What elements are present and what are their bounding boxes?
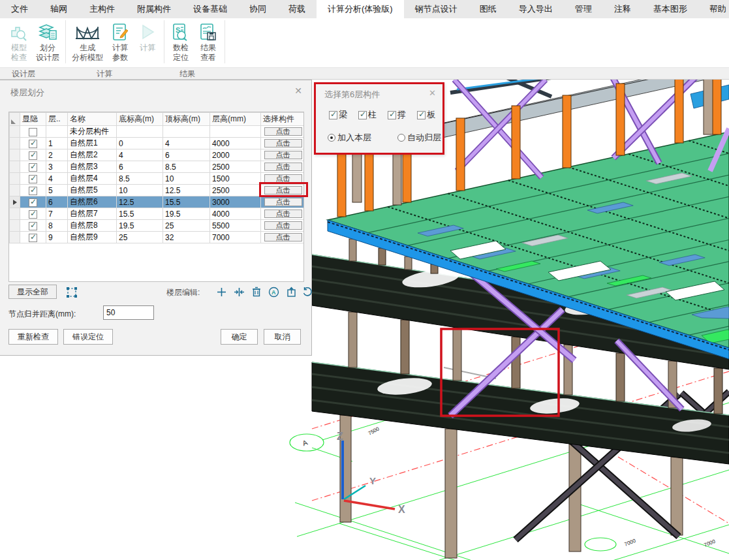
checkbox-icon[interactable] — [329, 111, 337, 119]
visibility-checkbox[interactable] — [29, 128, 37, 136]
select-member-click-button[interactable]: 点击 — [264, 163, 302, 171]
member-type-checkbox[interactable]: 撑 — [388, 109, 406, 121]
tab-steel-joint-design[interactable]: 钢节点设计 — [404, 0, 469, 18]
tab-main-members[interactable]: 主构件 — [78, 0, 126, 18]
table-row[interactable]: 未分层构件点击 — [10, 126, 305, 138]
show-all-button[interactable]: 显示全部 — [8, 285, 57, 299]
top-elev-cell[interactable]: 10 — [163, 173, 210, 185]
name-cell[interactable]: 自然层4 — [68, 173, 117, 185]
member-type-checkbox[interactable]: 板 — [417, 109, 435, 121]
tab-attached-members[interactable]: 附属构件 — [126, 0, 182, 18]
height-cell[interactable]: 1500 — [210, 173, 261, 185]
select-member-click-button[interactable]: 点击 — [264, 198, 302, 206]
height-cell[interactable]: 2000 — [210, 149, 261, 161]
layer-cell[interactable]: 5 — [46, 185, 68, 196]
visibility-cell[interactable] — [20, 126, 46, 138]
checkbox-icon[interactable] — [388, 111, 396, 119]
row-selector-cell[interactable] — [10, 232, 20, 243]
tab-equipment-foundation[interactable]: 设备基础 — [182, 0, 238, 18]
table-row[interactable]: 3自然层368.52500点击 — [10, 161, 305, 173]
result-view-button[interactable]: 结果 查看 — [194, 18, 222, 63]
visibility-checkbox[interactable] — [29, 198, 37, 207]
radio-icon[interactable] — [328, 134, 335, 142]
top-elev-cell[interactable]: 4 — [163, 138, 210, 149]
row-selector-cell[interactable] — [10, 149, 20, 161]
row-selector-cell[interactable] — [10, 173, 20, 185]
row-selector-cell[interactable] — [10, 208, 20, 220]
layer-cell[interactable]: 9 — [46, 232, 68, 243]
top-elev-cell[interactable]: 12.5 — [163, 185, 210, 196]
bottom-elev-cell[interactable]: 25 — [117, 232, 163, 243]
visibility-cell[interactable] — [20, 149, 46, 161]
visibility-checkbox[interactable] — [29, 151, 37, 160]
divide-design-layer-button[interactable]: 划分 设计层 — [33, 18, 63, 63]
row-selector-cell[interactable] — [10, 196, 20, 208]
bottom-elev-cell[interactable] — [117, 126, 163, 138]
bottom-elev-cell[interactable]: 6 — [117, 161, 163, 173]
visibility-checkbox[interactable] — [29, 222, 37, 230]
select-member-click-button[interactable]: 点击 — [264, 127, 302, 136]
auto-name-icon[interactable]: A — [267, 285, 280, 298]
top-elev-cell[interactable]: 19.5 — [163, 208, 210, 220]
visibility-cell[interactable] — [20, 185, 46, 196]
cancel-button[interactable]: 取消 — [264, 329, 301, 345]
height-cell[interactable]: 4000 — [210, 208, 261, 220]
checkbox-icon[interactable] — [358, 111, 367, 119]
table-row[interactable]: 9自然层925327000点击 — [10, 232, 305, 243]
tab-grid[interactable]: 轴网 — [39, 0, 78, 18]
top-elev-cell[interactable]: 32 — [163, 232, 210, 243]
panel-close-icon[interactable]: ✕ — [294, 86, 302, 96]
layer-cell[interactable]: 4 — [46, 173, 68, 185]
name-cell[interactable]: 自然层7 — [68, 208, 117, 220]
table-row[interactable]: 4自然层48.5101500点击 — [10, 173, 305, 185]
layer-cell[interactable]: 3 — [46, 161, 68, 173]
layer-cell[interactable]: 1 — [46, 138, 68, 149]
top-elev-cell[interactable]: 25 — [163, 220, 210, 232]
split-floor-icon[interactable] — [232, 285, 245, 298]
top-elev-cell[interactable] — [163, 126, 210, 138]
member-type-checkbox[interactable]: 柱 — [358, 109, 377, 121]
model-check-button[interactable]: 模型 检查 — [5, 18, 33, 63]
bottom-elev-cell[interactable]: 10 — [117, 185, 163, 196]
tab-help[interactable]: 帮助 — [698, 0, 729, 18]
visibility-cell[interactable] — [20, 196, 46, 208]
row-selector-cell[interactable] — [10, 185, 20, 196]
bottom-elev-cell[interactable]: 4 — [117, 149, 163, 161]
height-cell[interactable]: 4000 — [210, 138, 261, 149]
bottom-elev-cell[interactable]: 0 — [117, 138, 163, 149]
tab-drawings[interactable]: 图纸 — [469, 0, 508, 18]
name-cell[interactable]: 自然层9 — [68, 232, 117, 243]
name-cell[interactable]: 自然层8 — [68, 220, 117, 232]
visibility-cell[interactable] — [20, 220, 46, 232]
tab-annotation[interactable]: 注释 — [603, 0, 642, 18]
undo-icon[interactable] — [301, 285, 314, 298]
tab-management[interactable]: 管理 — [564, 0, 603, 18]
visibility-cell[interactable] — [20, 138, 46, 149]
tab-collaboration[interactable]: 协同 — [238, 0, 277, 18]
select-member-click-button[interactable]: 点击 — [264, 233, 302, 241]
visibility-cell[interactable] — [20, 173, 46, 185]
select-member-click-button[interactable]: 点击 — [264, 210, 302, 218]
visibility-checkbox[interactable] — [29, 163, 37, 172]
top-elev-cell[interactable]: 15.5 — [163, 196, 210, 208]
data-check-locate-button[interactable]: S 数检 定位 — [167, 18, 194, 63]
table-row[interactable]: 8自然层819.5255500点击 — [10, 220, 305, 232]
checkbox-icon[interactable] — [417, 111, 426, 119]
generate-analysis-model-button[interactable]: 生成 分析模型 — [69, 18, 106, 63]
height-cell[interactable]: 5500 — [210, 220, 261, 232]
name-cell[interactable]: 未分层构件 — [68, 126, 117, 138]
row-selector-cell[interactable] — [10, 138, 20, 149]
row-selector-cell[interactable] — [10, 126, 20, 138]
layer-cell[interactable]: 8 — [46, 220, 68, 232]
layer-cell[interactable]: 2 — [46, 149, 68, 161]
select-member-click-button[interactable]: 点击 — [264, 139, 302, 148]
visibility-checkbox[interactable] — [29, 187, 37, 195]
table-row[interactable]: 6自然层612.515.53000点击 — [10, 196, 305, 208]
name-cell[interactable]: 自然层1 — [68, 138, 117, 149]
delete-floor-icon[interactable] — [250, 285, 263, 298]
name-cell[interactable]: 自然层6 — [68, 196, 117, 208]
visibility-checkbox[interactable] — [29, 140, 37, 148]
tab-file[interactable]: 文件 — [0, 0, 39, 18]
tab-basic-graphics[interactable]: 基本图形 — [642, 0, 698, 18]
add-floor-icon[interactable] — [215, 285, 228, 298]
